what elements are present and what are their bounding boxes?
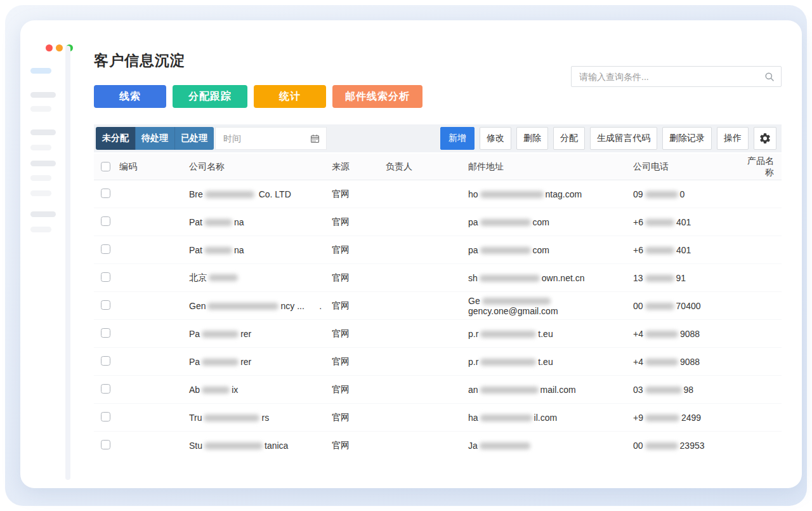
company-phone: +49088 — [633, 329, 746, 339]
main-content: 客户信息沉淀 线索分配跟踪统计邮件线索分析 未分配待处理已处理 — [94, 20, 792, 488]
source: 官网 — [332, 300, 386, 312]
email-address: pacom — [468, 245, 633, 255]
email-address: hontag.com — [468, 189, 633, 199]
hero-button-2[interactable]: 分配跟踪 — [173, 85, 247, 108]
company-name: Stutanica — [189, 441, 332, 451]
source: 官网 — [332, 356, 386, 368]
company-phone: +6401 — [633, 217, 746, 227]
column-header-product: 产品名称 — [746, 156, 782, 178]
tab-2[interactable]: 待处理 — [135, 127, 174, 150]
tab-1[interactable]: 未分配 — [96, 127, 135, 150]
hero-button-3[interactable]: 统计 — [254, 85, 326, 108]
column-header-company: 公司名称 — [189, 161, 332, 173]
sidebar-item-1[interactable] — [30, 68, 51, 74]
search-icon[interactable] — [764, 72, 775, 82]
company-phone: 1391 — [633, 273, 746, 283]
toolbar-button-2[interactable]: 修改 — [480, 127, 511, 150]
source: 官网 — [332, 189, 386, 200]
redacted-text — [480, 359, 536, 366]
row-checkbox[interactable] — [101, 328, 110, 338]
hero-button-4[interactable]: 邮件线索分析 — [332, 85, 422, 108]
sidebar-item-2[interactable] — [30, 92, 56, 98]
redacted-text — [480, 275, 540, 282]
select-all-checkbox[interactable] — [101, 162, 110, 171]
toolbar-button-4[interactable]: 分配 — [553, 127, 585, 150]
sidebar-item-10[interactable] — [30, 227, 51, 232]
company-phone: 0070400 — [633, 301, 746, 311]
redacted-text — [645, 442, 678, 449]
source: 官网 — [332, 440, 386, 451]
table-row-4[interactable]: 北京官网shown.net.cn1391 — [94, 264, 782, 292]
table-row-3[interactable]: Patna官网pacom+6401 — [94, 236, 782, 264]
close-button[interactable] — [46, 44, 53, 51]
company-name: Parer — [189, 329, 332, 339]
row-checkbox[interactable] — [101, 244, 110, 254]
row-checkbox[interactable] — [101, 272, 110, 282]
hero-button-1[interactable]: 线索 — [94, 85, 166, 108]
redacted-text — [480, 415, 532, 421]
sidebar-item-7[interactable] — [30, 175, 51, 181]
table-row-7[interactable]: Parer官网p.rt.eu+49088 — [94, 348, 782, 376]
filter-toolbar: 未分配待处理已处理 — [94, 124, 782, 152]
email-address: shown.net.cn — [468, 273, 633, 283]
redacted-text — [205, 191, 254, 198]
search-input[interactable] — [579, 72, 764, 82]
sidebar-item-4[interactable] — [30, 129, 56, 135]
column-header-email: 邮件地址 — [468, 161, 633, 173]
toolbar-button-5[interactable]: 生成留言代码 — [590, 127, 657, 150]
table-row-2[interactable]: Patna官网pacom+6401 — [94, 208, 782, 236]
email-address: Ja — [468, 441, 633, 451]
toolbar-button-7[interactable]: 操作 — [717, 127, 749, 150]
row-checkbox[interactable] — [101, 216, 110, 226]
hero-buttons: 线索分配跟踪统计邮件线索分析 — [94, 85, 422, 108]
row-checkbox[interactable] — [101, 356, 110, 366]
company-name: Patna — [189, 245, 332, 255]
row-checkbox[interactable] — [101, 384, 110, 394]
column-header-phone: 公司电话 — [633, 161, 746, 173]
redacted-text — [202, 331, 239, 338]
sidebar-item-3[interactable] — [30, 106, 51, 112]
redacted-text — [645, 275, 674, 282]
toolbar-buttons: 新增修改删除分配生成留言代码删除记录操作 — [435, 127, 749, 150]
row-checkbox[interactable] — [101, 440, 110, 449]
gear-icon — [759, 132, 771, 145]
row-checkbox[interactable] — [101, 300, 110, 310]
tab-3[interactable]: 已处理 — [174, 127, 214, 150]
sidebar-nav — [30, 68, 57, 232]
row-checkbox[interactable] — [101, 189, 110, 198]
date-input[interactable] — [223, 133, 310, 143]
email-address: Gegency.one@gmail.com — [468, 296, 633, 316]
company-name: Genncy ... . — [189, 301, 332, 311]
table-row-9[interactable]: Trurs官网hail.com+92499 — [94, 404, 782, 432]
table-header: 编码公司名称来源负责人邮件地址公司电话产品名称 — [94, 154, 782, 180]
sidebar-item-5[interactable] — [30, 145, 51, 150]
source: 官网 — [332, 328, 386, 340]
toolbar-button-1[interactable]: 新增 — [440, 127, 475, 150]
sidebar-item-9[interactable] — [30, 211, 56, 217]
company-name: Patna — [189, 217, 332, 227]
toolbar-button-3[interactable]: 删除 — [516, 127, 548, 150]
redacted-text — [645, 331, 678, 338]
redacted-text — [204, 415, 259, 421]
redacted-text — [480, 442, 530, 449]
email-address: hail.com — [468, 413, 633, 423]
minimize-button[interactable] — [56, 44, 63, 51]
table-row-5[interactable]: Genncy ... .官网Gegency.one@gmail.com00704… — [94, 292, 782, 320]
table-row-6[interactable]: Parer官网p.rt.eu+49088 — [94, 320, 782, 348]
sidebar-item-6[interactable] — [30, 161, 56, 166]
calendar-icon[interactable] — [310, 134, 320, 143]
table-row-8[interactable]: Abix官网anmail.com0398 — [94, 376, 782, 404]
redacted-text — [480, 191, 544, 198]
settings-button[interactable] — [754, 127, 776, 150]
company-name: Parer — [189, 357, 332, 367]
redacted-text — [645, 387, 682, 394]
page-title: 客户信息沉淀 — [94, 51, 185, 70]
table-row-1[interactable]: Bre Co. LTD官网hontag.com090 — [94, 180, 782, 208]
sidebar-item-8[interactable] — [30, 190, 51, 196]
table-body: Bre Co. LTD官网hontag.com090Patna官网pacom+6… — [94, 180, 782, 460]
table-row-10[interactable]: Stutanica官网Ja0023953 — [94, 432, 782, 460]
row-checkbox[interactable] — [101, 412, 110, 421]
redacted-text — [480, 247, 531, 254]
toolbar-button-6[interactable]: 删除记录 — [662, 127, 712, 150]
redacted-text — [480, 387, 539, 394]
